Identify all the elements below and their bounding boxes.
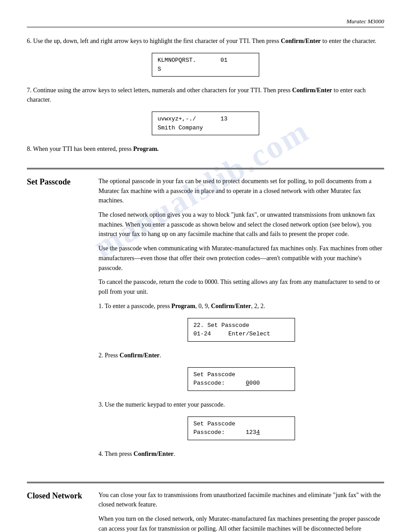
step-8: 8. When your TTI has been entered, press… xyxy=(27,144,384,154)
set-passcode-para-4: To cancel the passcode, return the code … xyxy=(98,277,384,296)
step-6-lcd-container: KLMNOPQRST. 01S xyxy=(27,49,384,80)
step-7-lcd: uvwxyz+,-./ 13Smith Company xyxy=(152,112,259,135)
passcode-step-3-lcd: Set PasscodePasscode: 1234 xyxy=(188,416,295,440)
passcode-step-1-lcd: 22. Set Passcode01-24 Enter/Select xyxy=(188,318,295,342)
passcode-step-2: 2. Press Confirm/Enter. Set PasscodePass… xyxy=(98,351,384,395)
closed-network-content: You can close your fax to transmissions … xyxy=(98,490,384,532)
header-title: Muratec M3000 xyxy=(347,18,384,25)
set-passcode-para-1: The optional passcode in your fax can be… xyxy=(98,176,384,206)
passcode-step-3-lcd-container: Set PasscodePasscode: 1234 xyxy=(98,413,384,444)
step-6-lcd: KLMNOPQRST. 01S xyxy=(152,53,259,77)
passcode-step-3: 3. Use the numeric keypad to enter your … xyxy=(98,400,384,444)
passcode-step-2-lcd-container: Set PasscodePasscode: 0000 xyxy=(98,364,384,395)
set-passcode-section: Set Passcode The optional passcode in yo… xyxy=(27,176,384,464)
passcode-step-3-text: 3. Use the numeric keypad to enter your … xyxy=(98,400,384,409)
step-7: 7. Continue using the arrow keys to sele… xyxy=(27,86,384,139)
set-passcode-para-2: The closed network option gives you a wa… xyxy=(98,210,384,239)
section-divider-2 xyxy=(27,482,384,483)
intro-steps-block: 6. Use the up, down, left and right arro… xyxy=(27,36,384,159)
passcode-step-4: 4. Then press Confirm/Enter. xyxy=(98,449,384,459)
step-6-text: 6. Use the up, down, left and right arro… xyxy=(27,36,384,46)
passcode-step-2-lcd: Set PasscodePasscode: 0000 xyxy=(188,367,295,391)
step-7-text: 7. Continue using the arrow keys to sele… xyxy=(27,86,384,104)
step-8-text: 8. When your TTI has been entered, press… xyxy=(27,144,384,154)
set-passcode-para-3: Use the passcode when communicating with… xyxy=(98,244,384,273)
content-area: 6. Use the up, down, left and right arro… xyxy=(27,36,384,532)
closed-network-para-2: When you turn on the closed network, onl… xyxy=(98,514,384,532)
closed-network-para-1: You can close your fax to transmissions … xyxy=(98,490,384,510)
passcode-step-2-text: 2. Press Confirm/Enter. xyxy=(98,351,384,360)
passcode-step-1-lcd-container: 22. Set Passcode01-24 Enter/Select xyxy=(98,314,384,345)
set-passcode-content: The optional passcode in your fax can be… xyxy=(98,176,384,464)
page: manualslib.com Muratec M3000 6. Use the … xyxy=(0,0,411,532)
section-divider-1 xyxy=(27,168,384,169)
passcode-step-4-text: 4. Then press Confirm/Enter. xyxy=(98,449,384,459)
passcode-step-1-text: 1. To enter a passcode, press Program, 0… xyxy=(98,301,384,311)
step-6: 6. Use the up, down, left and right arro… xyxy=(27,36,384,80)
closed-network-label: Closed Network xyxy=(27,490,98,532)
passcode-step-1: 1. To enter a passcode, press Program, 0… xyxy=(98,301,384,345)
step-7-lcd-container: uvwxyz+,-./ 13Smith Company xyxy=(27,108,384,139)
closed-network-section: Closed Network You can close your fax to… xyxy=(27,490,384,532)
set-passcode-label: Set Passcode xyxy=(27,176,98,464)
page-header: Muratec M3000 xyxy=(27,18,384,27)
